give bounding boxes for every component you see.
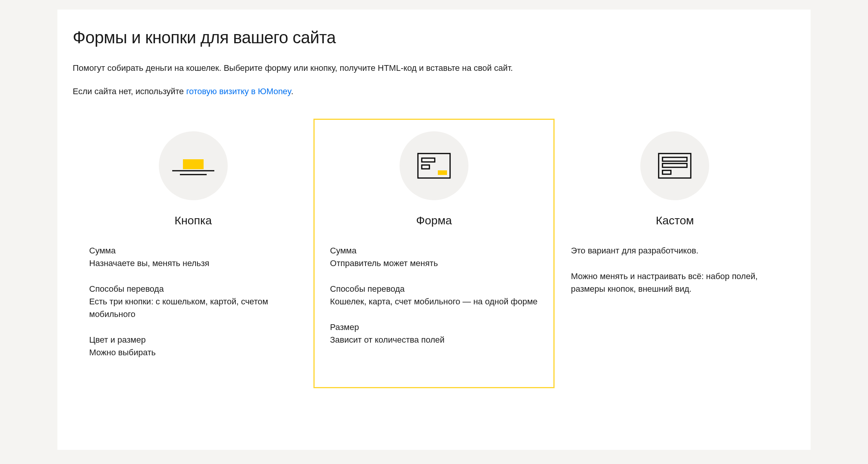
feature-label: Сумма bbox=[330, 244, 538, 257]
svg-rect-9 bbox=[662, 163, 687, 167]
option-form-icon-wrap bbox=[400, 131, 468, 200]
option-button-feature-0: Сумма Назначаете вы, менять нельзя bbox=[89, 244, 297, 270]
svg-rect-4 bbox=[422, 158, 435, 162]
feature-value: Зависит от количества полей bbox=[330, 333, 538, 346]
option-form-feature-0: Сумма Отправитель может менять bbox=[330, 244, 538, 270]
button-icon bbox=[168, 152, 218, 179]
option-button-feature-2: Цвет и размер Можно выбирать bbox=[89, 333, 297, 359]
intro-line-1: Помогут собирать деньги на кошелек. Выбе… bbox=[73, 62, 795, 74]
feature-value: Можно выбирать bbox=[89, 346, 297, 359]
feature-label: Цвет и размер bbox=[89, 333, 297, 346]
feature-value: Кошелек, карта, счет мобильного — на одн… bbox=[330, 295, 538, 308]
intro-link-yoomoney[interactable]: готовую визитку в ЮMoney bbox=[186, 87, 291, 96]
feature-label: Размер bbox=[330, 321, 538, 333]
option-form[interactable]: Форма Сумма Отправитель может менять Спо… bbox=[313, 119, 554, 388]
option-custom-icon-wrap bbox=[640, 131, 709, 200]
option-button-feature-1: Способы перевода Есть три кнопки: с коше… bbox=[89, 283, 297, 320]
option-button-title: Кнопка bbox=[89, 212, 297, 229]
feature-label: Способы перевода bbox=[330, 283, 538, 295]
feature-value: Отправитель может менять bbox=[330, 257, 538, 270]
svg-rect-8 bbox=[662, 157, 687, 161]
intro2-suffix: . bbox=[291, 87, 293, 96]
option-custom-title: Кастом bbox=[571, 212, 779, 229]
content-card: Формы и кнопки для вашего сайта Помогут … bbox=[57, 10, 811, 450]
feature-value: Есть три кнопки: с кошельком, картой, сч… bbox=[89, 295, 297, 320]
svg-rect-0 bbox=[183, 159, 204, 169]
option-form-feature-2: Размер Зависит от количества полей bbox=[330, 321, 538, 346]
feature-label: Способы перевода bbox=[89, 283, 297, 295]
option-custom-paragraph-2: Можно менять и настраивать всё: набор по… bbox=[571, 270, 779, 295]
options-row: Кнопка Сумма Назначаете вы, менять нельз… bbox=[73, 119, 795, 388]
option-custom[interactable]: Кастом Это вариант для разработчиков. Мо… bbox=[555, 119, 795, 388]
svg-rect-6 bbox=[438, 170, 447, 175]
option-button[interactable]: Кнопка Сумма Назначаете вы, менять нельз… bbox=[73, 119, 313, 388]
intro2-prefix: Если сайта нет, используйте bbox=[73, 87, 186, 96]
svg-rect-10 bbox=[662, 170, 671, 174]
option-form-feature-1: Способы перевода Кошелек, карта, счет мо… bbox=[330, 283, 538, 308]
feature-value: Назначаете вы, менять нельзя bbox=[89, 257, 297, 270]
custom-form-icon bbox=[656, 150, 694, 181]
feature-label: Сумма bbox=[89, 244, 297, 257]
form-icon bbox=[415, 150, 453, 181]
option-button-icon-wrap bbox=[159, 131, 228, 200]
intro-line-2: Если сайта нет, используйте готовую визи… bbox=[73, 85, 795, 98]
svg-rect-5 bbox=[422, 165, 429, 169]
option-custom-paragraph-1: Это вариант для разработчиков. bbox=[571, 244, 779, 257]
option-form-title: Форма bbox=[330, 212, 538, 229]
page-title: Формы и кнопки для вашего сайта bbox=[73, 25, 795, 50]
